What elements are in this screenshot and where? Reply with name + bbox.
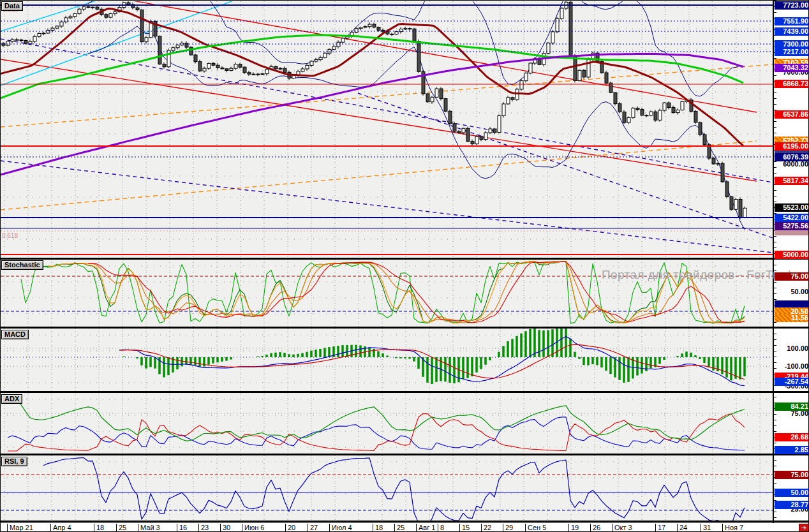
price-axis[interactable] [774,1,809,522]
panel-separator [1,521,809,522]
axis-label: 5817.34 [775,177,809,185]
date-label: 8 [438,524,444,532]
indicator-chip-macd: MACD [1,330,29,339]
axis-label: 75.00 [775,272,809,281]
panel-separator[interactable] [1,258,809,260]
axis-label: -267.54 [775,378,809,386]
date-label: Май 3 [138,524,160,532]
axis-label: 6076.39 [775,153,809,161]
date-label: Июл 4 [329,524,352,532]
date-label: 19 [568,524,579,532]
axis-label: 2.85 [775,446,809,454]
date-label: 16 [177,524,187,532]
axis-label: 50.00 [775,288,809,296]
axis-label: 6195.00 [775,142,809,151]
series-title-chip: Data [1,1,23,11]
date-label: 17 [655,524,665,532]
axis-label: 7551.90 [775,17,809,26]
date-label: 30 [220,524,230,532]
axis-label: -100.00 [775,362,809,371]
axis-label: 7043.32 [775,64,809,72]
date-label: 26 [590,524,600,532]
axis-label: 7723.00 [775,1,809,10]
date-label: 18 [94,524,104,532]
indicator-chip-rsi: RSI, 9 [1,457,27,466]
axis-label: 5422.00 [775,214,809,222]
panel-separator[interactable] [1,454,809,455]
date-label: 31 [701,524,711,532]
axis-label: 26.68 [775,433,809,441]
date-axis[interactable]: Мар 21Апр 41825Май 3162330Июн 62027Июл 4… [1,522,809,532]
axis-label: 50.00 [775,489,809,497]
date-label: 22 [481,524,491,532]
axis-label: 5000.00 [775,251,809,259]
fib-level-label: 0.618 [2,232,18,239]
panel-separator[interactable] [1,391,809,393]
date-label: Сен 5 [525,524,546,532]
indicator-chip-adx: ADX [1,394,22,404]
date-label: 25 [394,524,404,532]
axis-label: 100.00 [775,344,809,353]
date-label: Мар 21 [7,524,33,532]
axis-label: 75.00 [775,471,809,479]
date-label: Окт 3 [612,524,632,532]
axis-label: 7439.00 [775,27,809,36]
date-label: Авг 1 [416,524,435,532]
axis-label: 7217.00 [775,48,809,56]
date-label: 24 [677,524,687,532]
date-label: 18 [373,524,383,532]
trading-chart-window: 1.000 0.618 Data Stochastic MACD ADX RSI… [0,0,809,532]
date-label: Ноя 7 [722,524,743,532]
date-label: 15 [459,524,470,532]
date-label: Апр 4 [50,524,71,532]
date-label: Июн 6 [242,524,264,532]
axis-label: 84.21 [775,403,809,411]
axis-label: 5523.00 [775,203,809,212]
date-label: 29 [503,524,513,532]
date-label: 20 [285,524,295,532]
panel-separator[interactable] [1,327,809,329]
date-label: 23 [198,524,209,532]
axis-label: 6868.73 [775,80,809,88]
scroll-right-button[interactable]: ➔ [799,524,809,532]
date-label: 27 [308,524,318,532]
indicator-chip-stochastic: Stochastic [1,260,43,270]
chart-canvas[interactable] [1,1,809,532]
axis-label: 5275.56 [775,222,809,230]
axis-label: 28.77 [775,501,809,509]
axis-label: 11.56 [775,314,809,322]
price-axis-ticks [774,1,776,522]
date-label: 25 [116,524,126,532]
axis-label: 6537.86 [775,110,809,119]
